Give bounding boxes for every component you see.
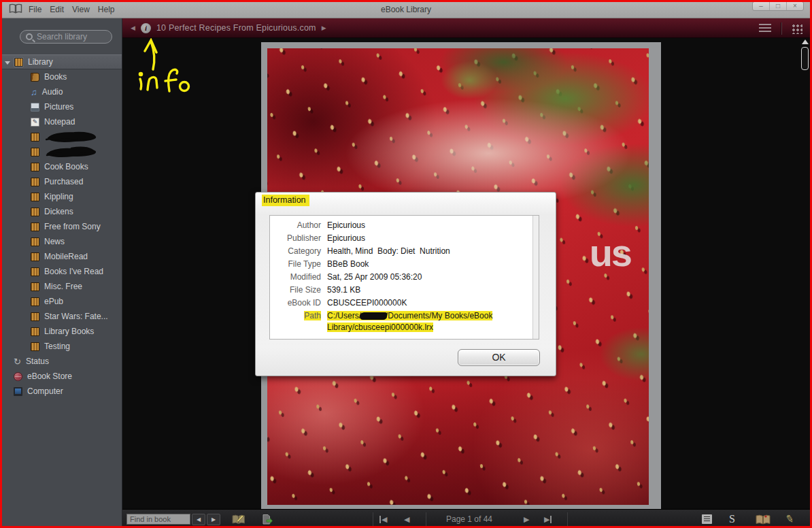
- list-view-icon[interactable]: [759, 24, 771, 33]
- sidebar-item-label: MobileRead: [44, 252, 88, 261]
- field-label: eBook ID: [270, 297, 327, 310]
- next-book-icon[interactable]: ▶: [322, 24, 326, 31]
- bookshelf-icon: [31, 252, 39, 261]
- field-path: Path C:/Users//Documents/My Books/eBookL…: [270, 310, 539, 333]
- app-window: File Edit View Help eBook Library – □ × …: [0, 0, 812, 528]
- scroll-up-icon[interactable]: [802, 39, 809, 44]
- sidebar: Library Books ♫ Audio Pictures ✎ Notepad: [0, 18, 122, 528]
- sidebar-item-redacted-2[interactable]: [0, 144, 122, 159]
- sidebar-item-star-wars[interactable]: Star Wars: Fate...: [0, 309, 122, 324]
- field-value: CBUSCEEPI000000K: [327, 297, 407, 310]
- sync-icon: ↻: [14, 357, 21, 366]
- divider: [567, 512, 568, 526]
- field-value: Epicurious: [327, 232, 365, 245]
- field-label: Publisher: [270, 232, 327, 245]
- bookshelf-icon: [31, 237, 39, 246]
- sidebar-item-redacted-1[interactable]: [0, 129, 122, 144]
- field-publisher: Publisher Epicurious: [270, 232, 539, 245]
- dialog-scrollbar[interactable]: [532, 216, 539, 339]
- bookshelf-icon: [31, 312, 39, 321]
- sidebar-item-kippling[interactable]: Kippling: [0, 189, 122, 204]
- expander-triangle-icon[interactable]: [5, 61, 10, 65]
- page-indicator: Page 1 of 44: [446, 514, 492, 524]
- bookshelf-icon: [31, 178, 39, 186]
- field-value: Epicurious: [327, 219, 365, 232]
- yellow-highlight-annotation: Information: [262, 195, 309, 206]
- sidebar-item-dickens[interactable]: Dickens: [0, 204, 122, 219]
- sidebar-item-cook-books[interactable]: Cook Books: [0, 159, 122, 174]
- info-icon[interactable]: i: [141, 23, 151, 33]
- globe-icon: [14, 372, 22, 381]
- search-input[interactable]: [37, 32, 105, 42]
- black-scribble-annotation: [46, 131, 97, 143]
- scrollbar-thumb[interactable]: [801, 47, 809, 70]
- sidebar-item-news[interactable]: News: [0, 234, 122, 249]
- previous-page-icon[interactable]: ◀: [404, 515, 409, 524]
- sidebar-item-misc-free[interactable]: Misc. Free: [0, 279, 122, 294]
- sidebar-item-label: Cook Books: [44, 162, 88, 171]
- highlight-pen-icon[interactable]: ✎: [784, 512, 795, 526]
- book-view-icon[interactable]: [755, 514, 771, 525]
- sidebar-item-label: Notepad: [44, 117, 75, 127]
- black-scribble-annotation: [46, 146, 97, 158]
- minimize-button[interactable]: –: [753, 2, 770, 10]
- viewer-scrollbar[interactable]: [801, 39, 809, 70]
- field-label: File Type: [270, 258, 327, 271]
- next-page-icon[interactable]: ▶: [524, 515, 529, 524]
- ok-button[interactable]: OK: [458, 349, 540, 366]
- sidebar-item-ebook-store[interactable]: eBook Store: [0, 369, 122, 384]
- sidebar-item-label: Library Books: [44, 327, 94, 336]
- field-author: Author Epicurious: [270, 219, 539, 232]
- sidebar-item-audio[interactable]: ♫ Audio: [0, 84, 122, 99]
- sidebar-item-label: News: [44, 237, 65, 246]
- divider: [781, 22, 781, 35]
- field-value: C:/Users//Documents/My Books/eBookLibrar…: [327, 310, 492, 333]
- first-page-icon[interactable]: ◀: [379, 515, 387, 524]
- sidebar-item-mobileread[interactable]: MobileRead: [0, 249, 122, 264]
- bookshelf-icon: [31, 133, 39, 142]
- find-previous-icon[interactable]: ◀: [192, 514, 205, 525]
- grid-view-icon[interactable]: [791, 23, 802, 34]
- bookshelf-icon: [31, 193, 39, 201]
- sidebar-item-computer[interactable]: Computer: [0, 384, 122, 399]
- previous-book-icon[interactable]: ◀: [131, 24, 135, 31]
- field-label: Author: [270, 219, 327, 232]
- sidebar-item-label: Status: [26, 357, 49, 366]
- sidebar-item-books[interactable]: Books: [0, 69, 122, 84]
- sidebar-item-library-books[interactable]: Library Books: [0, 324, 122, 339]
- sidebar-item-books-ive-read[interactable]: Books I've Read: [0, 264, 122, 279]
- bookmark-note-icon[interactable]: [231, 514, 246, 525]
- sidebar-item-library[interactable]: Library: [0, 54, 122, 69]
- sidebar-item-pictures[interactable]: Pictures: [0, 99, 122, 114]
- bookshelf-icon: [31, 222, 39, 231]
- export-page-icon[interactable]: [261, 514, 273, 525]
- sidebar-item-label: eBook Store: [27, 372, 72, 381]
- last-page-icon[interactable]: ▶: [544, 515, 552, 524]
- field-label: Path: [270, 310, 327, 323]
- computer-icon: [14, 387, 22, 396]
- black-scribble-annotation: [359, 312, 388, 320]
- field-file-type: File Type BBeB Book: [270, 258, 539, 271]
- sidebar-item-free-from-sony[interactable]: Free from Sony: [0, 219, 122, 234]
- close-button[interactable]: ×: [787, 2, 803, 10]
- sidebar-item-epub[interactable]: ePub: [0, 294, 122, 309]
- dialog-metadata-panel: Author Epicurious Publisher Epicurious C…: [269, 215, 539, 340]
- sidebar-item-purchased[interactable]: Purchased: [0, 174, 122, 189]
- window-controls: – □ ×: [752, 1, 804, 11]
- sidebar-item-label: Testing: [44, 342, 70, 351]
- window-title: eBook Library: [0, 5, 812, 14]
- font-size-icon[interactable]: S: [729, 513, 735, 525]
- find-next-icon[interactable]: ▶: [207, 514, 220, 525]
- field-value: 539.1 KB: [327, 284, 360, 297]
- maximize-button[interactable]: □: [770, 2, 787, 10]
- field-value: Sat, 25 Apr 2009 05:36:20: [327, 271, 422, 284]
- bookshelf-icon: [31, 297, 39, 306]
- library-search[interactable]: [20, 30, 112, 44]
- field-value: BBeB Book: [327, 258, 369, 271]
- sidebar-item-notepad[interactable]: ✎ Notepad: [0, 114, 122, 129]
- annotations-list-icon[interactable]: [702, 514, 712, 524]
- find-in-book-input[interactable]: [126, 514, 190, 525]
- field-label: File Size: [270, 284, 327, 297]
- sidebar-item-status[interactable]: ↻ Status: [0, 354, 122, 369]
- sidebar-item-testing[interactable]: Testing: [0, 339, 122, 354]
